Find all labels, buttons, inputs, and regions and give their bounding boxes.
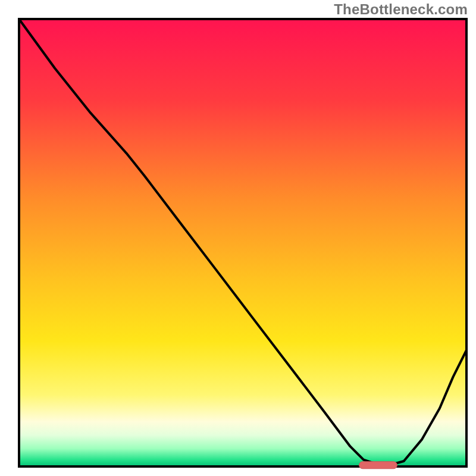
- optimal-range-marker: [359, 462, 397, 469]
- plot-background: [19, 19, 466, 466]
- watermark-text: TheBottleneck.com: [334, 1, 468, 18]
- chart-container: TheBottleneck.com: [0, 0, 476, 476]
- bottleneck-chart: [0, 0, 476, 476]
